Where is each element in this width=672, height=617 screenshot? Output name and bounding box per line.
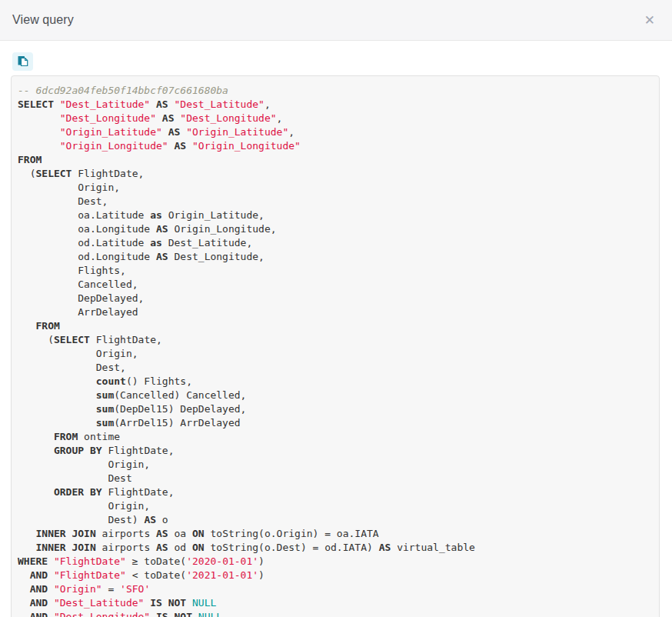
sql-code-line: sum(Cancelled) Cancelled, bbox=[18, 389, 653, 402]
sql-code-line: Dest) AS o bbox=[18, 513, 653, 527]
sql-code-line: Dest, bbox=[18, 195, 653, 208]
sql-code-line: "Origin_Longitude" AS "Origin_Longitude" bbox=[18, 139, 653, 153]
sql-code-line: FROM bbox=[18, 319, 653, 333]
sql-code-line: ORDER BY FlightDate, bbox=[18, 485, 653, 499]
sql-code-line: Origin, bbox=[18, 181, 653, 195]
sql-code-line: sum(ArrDel15) ArrDelayed bbox=[18, 416, 653, 430]
sql-code-line: (SELECT FlightDate, bbox=[18, 333, 653, 347]
sql-code-line: AND "FlightDate" < toDate('2021-01-01') bbox=[18, 569, 653, 582]
sql-code-line: AND "Origin" = 'SFO' bbox=[18, 582, 653, 596]
sql-code-line: AND "Dest_Longitude" IS NOT NULL bbox=[18, 610, 653, 617]
sql-code-line: Cancelled, bbox=[18, 278, 653, 292]
sql-code-line: WHERE "FlightDate" ≥ toDate('2020-01-01'… bbox=[18, 555, 653, 569]
sql-code-line: AND "Dest_Latitude" IS NOT NULL bbox=[18, 596, 653, 610]
sql-code-line: -- 6dcd92a04feb50f14bbcf07c661680ba bbox=[18, 84, 653, 98]
sql-code-line: od.Latitude as Dest_Latitude, bbox=[18, 236, 653, 250]
sql-code-line: "Dest_Longitude" AS "Dest_Longitude", bbox=[18, 112, 653, 125]
modal-body: -- 6dcd92a04feb50f14bbcf07c661680baSELEC… bbox=[0, 41, 672, 617]
sql-code-line: od.Longitude AS Dest_Longitude, bbox=[18, 250, 653, 264]
modal-header: View query ✕ bbox=[0, 0, 672, 41]
sql-code-line: Flights, bbox=[18, 264, 653, 278]
view-query-modal: View query ✕ -- 6dcd92a04feb50f14bbcf07c… bbox=[0, 0, 672, 617]
sql-code-line: oa.Latitude as Origin_Latitude, bbox=[18, 208, 653, 222]
close-button[interactable]: ✕ bbox=[641, 11, 658, 30]
sql-code-line: FROM bbox=[18, 153, 653, 167]
sql-code-line: (SELECT FlightDate, bbox=[18, 167, 653, 181]
sql-code-line: INNER JOIN airports AS oa ON toString(o.… bbox=[18, 527, 653, 541]
modal-title: View query bbox=[12, 13, 74, 27]
sql-code-line: DepDelayed, bbox=[18, 292, 653, 305]
copy-icon bbox=[17, 55, 29, 68]
sql-code-line: ArrDelayed bbox=[18, 305, 653, 319]
sql-code-line: Origin, bbox=[18, 458, 653, 472]
sql-code-line: Dest, bbox=[18, 361, 653, 375]
sql-code-line: Origin, bbox=[18, 499, 653, 513]
close-icon: ✕ bbox=[644, 13, 655, 28]
sql-code-line: Origin, bbox=[18, 347, 653, 361]
sql-code: -- 6dcd92a04feb50f14bbcf07c661680baSELEC… bbox=[18, 84, 653, 617]
sql-code-line: GROUP BY FlightDate, bbox=[18, 444, 653, 458]
sql-code-line: "Origin_Latitude" AS "Origin_Latitude", bbox=[18, 125, 653, 139]
sql-code-line: sum(DepDel15) DepDelayed, bbox=[18, 402, 653, 416]
copy-to-clipboard-button[interactable] bbox=[12, 52, 33, 71]
sql-code-line: count() Flights, bbox=[18, 375, 653, 389]
sql-code-line: FROM ontime bbox=[18, 430, 653, 444]
sql-code-line: oa.Longitude AS Origin_Longitude, bbox=[18, 222, 653, 236]
sql-code-line: SELECT "Dest_Latitude" AS "Dest_Latitude… bbox=[18, 98, 653, 112]
sql-code-line: INNER JOIN airports AS od ON toString(o.… bbox=[18, 541, 653, 555]
sql-code-line: Dest bbox=[18, 472, 653, 485]
sql-query-block[interactable]: -- 6dcd92a04feb50f14bbcf07c661680baSELEC… bbox=[11, 75, 660, 617]
